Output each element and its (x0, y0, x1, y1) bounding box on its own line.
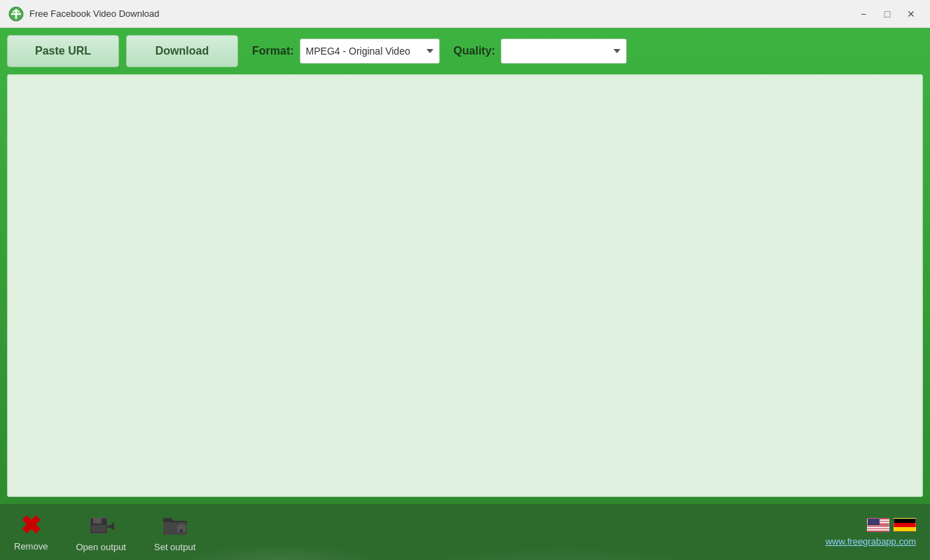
svg-rect-3 (92, 525, 106, 532)
website-link[interactable]: www.freegrabapp.com (826, 536, 916, 547)
app-container: Paste URL Download Format: MPEG4 - Origi… (0, 28, 930, 504)
app-logo (8, 6, 24, 22)
format-group: Format: MPEG4 - Original Video MP3 - Aud… (252, 38, 440, 64)
bottom-actions: ✖ Remove Open output (14, 512, 826, 552)
download-button[interactable]: Download (126, 35, 238, 67)
bottom-right: www.freegrabapp.com (826, 518, 916, 547)
set-output-icon (162, 512, 188, 539)
window-controls: − □ ✕ (853, 6, 922, 22)
open-output-label: Open output (76, 542, 126, 552)
title-bar: Free Facebook Video Download − □ ✕ (0, 0, 930, 28)
flags (867, 518, 916, 532)
format-label: Format: (252, 45, 294, 57)
format-select[interactable]: MPEG4 - Original Video MP3 - Audio Only (300, 38, 440, 64)
close-button[interactable]: ✕ (901, 6, 922, 22)
maximize-button[interactable]: □ (877, 6, 898, 22)
app-title: Free Facebook Video Download (29, 8, 853, 19)
set-output-action[interactable]: Set output (154, 512, 195, 552)
flag-us-icon[interactable] (867, 518, 889, 532)
paste-url-button[interactable]: Paste URL (7, 35, 119, 67)
content-area (7, 74, 923, 497)
remove-icon: ✖ (20, 513, 41, 538)
flag-de-icon[interactable] (894, 518, 916, 532)
quality-label: Quality: (454, 45, 496, 57)
bottom-bar: ✖ Remove Open output (0, 504, 930, 560)
set-output-label: Set output (154, 542, 195, 552)
svg-rect-2 (93, 518, 102, 524)
quality-select[interactable] (501, 38, 627, 64)
svg-rect-4 (107, 526, 114, 528)
minimize-button[interactable]: − (853, 6, 874, 22)
svg-rect-6 (180, 529, 183, 532)
remove-action[interactable]: ✖ Remove (14, 513, 48, 552)
toolbar: Paste URL Download Format: MPEG4 - Origi… (7, 35, 923, 67)
open-output-icon (88, 512, 114, 539)
quality-group: Quality: (454, 38, 627, 64)
open-output-action[interactable]: Open output (76, 512, 126, 552)
remove-label: Remove (14, 541, 48, 552)
